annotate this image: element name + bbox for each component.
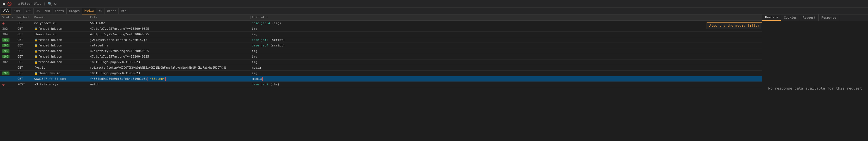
table-row[interactable]: 200 GET 🔒fembed-hd.com related.js base.j… [0,43,868,48]
cell-initiator: base.js:4 (script) [251,44,792,47]
table-body: ⊘ GET mc.yandex.ru 56313682 base.js:34 (… [0,21,868,141]
network-table-area: Status Method Domain File Initiator Type… [0,14,868,141]
cell-domain: 🔒fembed-hd.com [33,55,89,59]
cell-initiator: img [251,60,792,64]
cell-status: ⊘ [1,82,17,87]
stop-recording-icon[interactable]: ⏺ [2,2,6,6]
cell-method: GET [17,55,33,59]
table-row[interactable]: 200 GET 🔒fembed-hd.com 47dlpfz7zy257mr.p… [0,54,868,60]
tab-css[interactable]: CSS [23,8,34,14]
cell-file: 47dlpfz7zy257mr.png?v=1620040025 [89,49,251,53]
settings-icon[interactable]: ⚙ [53,2,58,6]
cell-initiator: img [251,55,792,59]
col-initiator: Initiator [251,15,792,19]
panel-tab-cookies[interactable]: Cookies [781,14,800,21]
cell-method: GET [17,27,33,31]
cell-domain: www1547.ff-04.com [33,77,89,81]
cell-domain: v3.fstats.xyz [33,82,89,86]
cell-method: GET [17,49,33,53]
panel-tab-bar: Headers Cookies Request Response [762,14,868,21]
table-row[interactable]: GET fvs.io redirector?token=WGIDOTJKbWp0… [0,65,868,71]
cell-domain: 🔒fembed-hd.com [33,60,89,64]
tab-other[interactable]: Other [105,8,119,14]
network-toolbar: ⏺ 🚫 | ⊞ Filter URLs | 🔍 ⚙ [0,0,868,8]
cell-initiator: media [251,66,792,70]
cell-method: GET [17,66,33,70]
cell-file: 18015_logo.png?v=1631969623 [89,71,251,75]
table-row[interactable]: 302 GET 🔒fembed-hd.com 47dlpfz7zy257mr.p… [0,26,868,32]
cell-file: watch [89,82,251,86]
cell-file: 47dlpfz7zy257mr.png?v=1620040025 [89,27,251,31]
table-row-selected[interactable]: GET www1547.ff-04.com f4584cd9a200e9bf5a… [0,76,868,82]
cell-domain: 🔒thumb.fvs.io [33,71,89,75]
cell-domain: 🔒fembed-hd.com [33,44,89,47]
cell-file: 47dlpfz7zy257mr.png?v=1620040025 [89,33,251,36]
col-file: File [89,15,251,19]
tab-media[interactable]: Media [82,8,96,14]
cell-method: GET [17,60,33,64]
table-row[interactable]: 302 GET 🔒fembed-hd.com 18015_logo.png?v=… [0,60,868,65]
cell-status: 304 [1,33,17,36]
cell-method: GET [17,33,33,36]
cell-file: 18015_logo.png?v=1631969623 [89,60,251,64]
cell-file: related.js [89,44,251,47]
table-row[interactable]: ⊘ GET mc.yandex.ru 56313682 base.js:34 (… [0,21,868,26]
cell-initiator: img [251,33,792,36]
cell-status: 302 [1,27,17,31]
cell-domain: fvs.io [33,66,89,70]
tab-dis[interactable]: Dis [119,8,129,14]
table-row[interactable]: 200 GET 🔒fembed-hd.com 47dlpfz7zy257mr.p… [0,48,868,54]
cell-file: redirector?token=WGIDOTJKbWp0YWN0ZzNGK21… [89,66,251,69]
col-status: Status [1,15,17,19]
filter-tab-bar: All HTML CSS JS XHR Fonts Images Media W… [0,8,868,14]
cell-status: ⊘ [1,21,17,26]
cell-method: GET [17,71,33,75]
table-row[interactable]: 304 GET thumb.fvs.io 47dlpfz7zy257mr.png… [0,32,868,37]
cell-file: 47dlpfz7zy257mr.png?v=1620040025 [89,55,251,59]
tab-xhr[interactable]: XHR [42,8,53,14]
panel-tab-headers[interactable]: Headers [762,14,781,21]
panel-tab-request[interactable]: Request [800,14,819,21]
tab-all[interactable]: All [1,8,11,14]
cell-status: 200 [1,38,17,42]
tab-fonts[interactable]: Fonts [53,8,66,14]
cell-method: GET [17,44,33,47]
filter-label: Filter URLs [21,2,41,6]
cell-domain: 🔒fembed-hd.com [33,27,89,31]
cell-domain: 🔒fembed-hd.com [33,49,89,53]
cell-method: GET [17,38,33,42]
cell-file: jwplayer.core.controls.html5.js [89,38,251,42]
cell-domain: 🔒fembed-hd.com [33,38,89,42]
cell-method: POST [17,82,33,86]
tab-ws[interactable]: WS [96,8,104,14]
table-row[interactable]: 200 GET 🔒thumb.fvs.io 18015_logo.png?v=1… [0,71,868,76]
cell-initiator: media [251,77,792,81]
cell-domain: thumb.fvs.io [33,33,89,36]
cell-status: 200 [1,55,17,59]
cell-initiator: img [251,27,792,31]
table-row[interactable]: 200 GET 🔒fembed-hd.com jwplayer.core.con… [0,37,868,43]
panel-tab-response[interactable]: Response [819,14,839,21]
search-icon[interactable]: 🔍 [48,2,52,6]
clear-icon[interactable]: 🚫 [7,2,12,6]
filter-icon: ⊞ [18,2,20,6]
cell-status: 302 [1,60,17,64]
table-row[interactable]: ⊘ POST v3.fstats.xyz watch base.js:2 (xh… [0,82,868,87]
cell-status: 200 [1,44,17,47]
tab-images[interactable]: Images [67,8,83,14]
cell-initiator: base.js:2 (xhr) [251,82,792,86]
cell-method: GET [17,22,33,25]
cell-domain: mc.yandex.ru [33,22,89,25]
main-area: Status Method Domain File Initiator Type… [0,14,868,141]
col-method: Method [17,15,33,19]
right-panel: Headers Cookies Request Response No resp… [762,14,868,141]
cell-status: 200 [1,49,17,53]
table-header: Status Method Domain File Initiator Type… [0,14,868,21]
no-response-message: No response data available for this requ… [762,21,868,141]
cell-status: 200 [1,71,17,75]
filter-urls-area: ⊞ Filter URLs [18,2,41,6]
cell-file: f4584cd9a200e9bf5afe84a619b1e0b-480p.mp4 [89,77,251,81]
tab-js[interactable]: JS [34,8,42,14]
tab-html[interactable]: HTML [11,8,24,14]
cell-initiator: img [251,71,792,75]
